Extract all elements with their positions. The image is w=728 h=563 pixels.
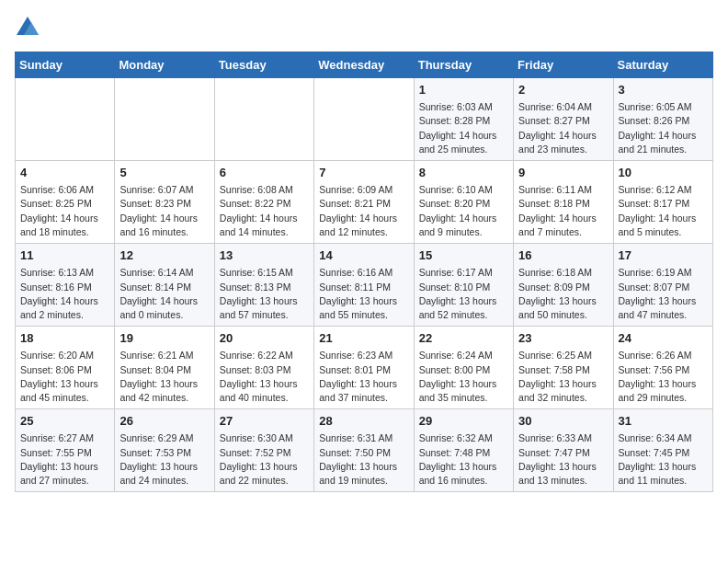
day-info: Sunrise: 6:23 AM Sunset: 8:01 PM Dayligh…: [319, 349, 408, 405]
day-info: Sunrise: 6:26 AM Sunset: 7:56 PM Dayligh…: [619, 349, 708, 405]
calendar-cell: 8Sunrise: 6:10 AM Sunset: 8:20 PM Daylig…: [414, 161, 513, 244]
day-info: Sunrise: 6:08 AM Sunset: 8:22 PM Dayligh…: [220, 183, 309, 239]
day-info: Sunrise: 6:32 AM Sunset: 7:48 PM Dayligh…: [419, 431, 508, 488]
day-info: Sunrise: 6:22 AM Sunset: 8:03 PM Dayligh…: [220, 349, 309, 405]
weekday-header: Wednesday: [314, 52, 414, 78]
day-info: Sunrise: 6:19 AM Sunset: 8:07 PM Dayligh…: [619, 266, 708, 322]
weekday-header: Sunday: [16, 52, 115, 78]
day-number: 16: [518, 247, 608, 264]
day-info: Sunrise: 6:13 AM Sunset: 8:16 PM Dayligh…: [20, 266, 109, 322]
day-info: Sunrise: 6:25 AM Sunset: 7:58 PM Dayligh…: [518, 349, 608, 405]
calendar-week-row: 18Sunrise: 6:20 AM Sunset: 8:06 PM Dayli…: [16, 327, 713, 409]
day-number: 17: [619, 247, 708, 264]
day-number: 3: [619, 82, 708, 98]
calendar-cell: [314, 78, 414, 161]
calendar-week-row: 4Sunrise: 6:06 AM Sunset: 8:25 PM Daylig…: [16, 161, 713, 244]
day-number: 23: [518, 330, 608, 347]
day-info: Sunrise: 6:06 AM Sunset: 8:25 PM Dayligh…: [20, 183, 109, 239]
calendar-cell: 6Sunrise: 6:08 AM Sunset: 8:22 PM Daylig…: [214, 161, 313, 244]
weekday-header: Saturday: [613, 52, 712, 78]
day-number: 27: [220, 413, 309, 430]
day-info: Sunrise: 6:34 AM Sunset: 7:45 PM Dayligh…: [619, 431, 708, 488]
calendar-cell: [16, 78, 115, 161]
calendar-cell: 28Sunrise: 6:31 AM Sunset: 7:50 PM Dayli…: [314, 409, 414, 492]
day-number: 5: [119, 165, 209, 181]
day-number: 20: [220, 330, 309, 347]
calendar-cell: 19Sunrise: 6:21 AM Sunset: 8:04 PM Dayli…: [115, 327, 214, 409]
day-number: 7: [319, 165, 408, 181]
day-info: Sunrise: 6:18 AM Sunset: 8:09 PM Dayligh…: [518, 266, 608, 322]
calendar-cell: 23Sunrise: 6:25 AM Sunset: 7:58 PM Dayli…: [514, 327, 613, 409]
calendar-cell: 31Sunrise: 6:34 AM Sunset: 7:45 PM Dayli…: [613, 409, 712, 492]
day-info: Sunrise: 6:07 AM Sunset: 8:23 PM Dayligh…: [119, 183, 209, 239]
day-number: 28: [319, 413, 408, 430]
day-number: 21: [319, 330, 408, 347]
logo-icon: [15, 15, 40, 40]
day-info: Sunrise: 6:29 AM Sunset: 7:53 PM Dayligh…: [119, 431, 209, 488]
day-info: Sunrise: 6:09 AM Sunset: 8:21 PM Dayligh…: [319, 183, 408, 239]
day-number: 24: [619, 330, 708, 347]
day-number: 25: [20, 413, 109, 430]
day-info: Sunrise: 6:21 AM Sunset: 8:04 PM Dayligh…: [119, 349, 209, 405]
calendar-table: SundayMondayTuesdayWednesdayThursdayFrid…: [15, 52, 713, 492]
weekday-header: Thursday: [414, 52, 513, 78]
day-info: Sunrise: 6:20 AM Sunset: 8:06 PM Dayligh…: [20, 349, 109, 405]
calendar-cell: 24Sunrise: 6:26 AM Sunset: 7:56 PM Dayli…: [613, 327, 712, 409]
calendar-cell: 18Sunrise: 6:20 AM Sunset: 8:06 PM Dayli…: [16, 327, 115, 409]
calendar-cell: 12Sunrise: 6:14 AM Sunset: 8:14 PM Dayli…: [115, 244, 214, 327]
logo: [15, 15, 42, 40]
day-number: 9: [518, 165, 608, 181]
calendar-cell: 9Sunrise: 6:11 AM Sunset: 8:18 PM Daylig…: [514, 161, 613, 244]
calendar-cell: 7Sunrise: 6:09 AM Sunset: 8:21 PM Daylig…: [314, 161, 414, 244]
calendar-cell: 16Sunrise: 6:18 AM Sunset: 8:09 PM Dayli…: [514, 244, 613, 327]
day-number: 18: [20, 330, 109, 347]
calendar-week-row: 25Sunrise: 6:27 AM Sunset: 7:55 PM Dayli…: [16, 409, 713, 492]
day-number: 15: [419, 247, 508, 264]
weekday-header: Monday: [115, 52, 214, 78]
day-number: 13: [220, 247, 309, 264]
day-number: 11: [20, 247, 109, 264]
day-info: Sunrise: 6:27 AM Sunset: 7:55 PM Dayligh…: [20, 431, 109, 488]
calendar-cell: 17Sunrise: 6:19 AM Sunset: 8:07 PM Dayli…: [613, 244, 712, 327]
calendar-cell: 21Sunrise: 6:23 AM Sunset: 8:01 PM Dayli…: [314, 327, 414, 409]
day-info: Sunrise: 6:04 AM Sunset: 8:27 PM Dayligh…: [518, 100, 608, 156]
day-number: 29: [419, 413, 508, 430]
day-number: 30: [518, 413, 608, 430]
calendar-cell: 1Sunrise: 6:03 AM Sunset: 8:28 PM Daylig…: [414, 78, 513, 161]
day-number: 31: [619, 413, 708, 430]
day-number: 22: [419, 330, 508, 347]
calendar-week-row: 11Sunrise: 6:13 AM Sunset: 8:16 PM Dayli…: [16, 244, 713, 327]
day-number: 4: [20, 165, 109, 181]
calendar-cell: 4Sunrise: 6:06 AM Sunset: 8:25 PM Daylig…: [16, 161, 115, 244]
page-header: [15, 15, 713, 40]
calendar-cell: 26Sunrise: 6:29 AM Sunset: 7:53 PM Dayli…: [115, 409, 214, 492]
calendar-cell: 3Sunrise: 6:05 AM Sunset: 8:26 PM Daylig…: [613, 78, 712, 161]
calendar-cell: 13Sunrise: 6:15 AM Sunset: 8:13 PM Dayli…: [214, 244, 313, 327]
day-info: Sunrise: 6:30 AM Sunset: 7:52 PM Dayligh…: [220, 431, 309, 488]
weekday-header: Friday: [514, 52, 613, 78]
day-info: Sunrise: 6:10 AM Sunset: 8:20 PM Dayligh…: [419, 183, 508, 239]
day-number: 19: [119, 330, 209, 347]
calendar-cell: [214, 78, 313, 161]
calendar-cell: 27Sunrise: 6:30 AM Sunset: 7:52 PM Dayli…: [214, 409, 313, 492]
day-info: Sunrise: 6:33 AM Sunset: 7:47 PM Dayligh…: [518, 431, 608, 488]
day-number: 8: [419, 165, 508, 181]
day-info: Sunrise: 6:03 AM Sunset: 8:28 PM Dayligh…: [419, 100, 508, 156]
calendar-cell: 11Sunrise: 6:13 AM Sunset: 8:16 PM Dayli…: [16, 244, 115, 327]
calendar-week-row: 1Sunrise: 6:03 AM Sunset: 8:28 PM Daylig…: [16, 78, 713, 161]
day-number: 6: [220, 165, 309, 181]
day-info: Sunrise: 6:12 AM Sunset: 8:17 PM Dayligh…: [619, 183, 708, 239]
calendar-cell: 10Sunrise: 6:12 AM Sunset: 8:17 PM Dayli…: [613, 161, 712, 244]
day-info: Sunrise: 6:11 AM Sunset: 8:18 PM Dayligh…: [518, 183, 608, 239]
day-info: Sunrise: 6:05 AM Sunset: 8:26 PM Dayligh…: [619, 100, 708, 156]
calendar-cell: 30Sunrise: 6:33 AM Sunset: 7:47 PM Dayli…: [514, 409, 613, 492]
calendar-cell: 22Sunrise: 6:24 AM Sunset: 8:00 PM Dayli…: [414, 327, 513, 409]
calendar-cell: 25Sunrise: 6:27 AM Sunset: 7:55 PM Dayli…: [16, 409, 115, 492]
calendar-header-row: SundayMondayTuesdayWednesdayThursdayFrid…: [16, 52, 713, 78]
calendar-cell: 2Sunrise: 6:04 AM Sunset: 8:27 PM Daylig…: [514, 78, 613, 161]
day-number: 12: [119, 247, 209, 264]
calendar-cell: [115, 78, 214, 161]
weekday-header: Tuesday: [214, 52, 313, 78]
day-number: 26: [119, 413, 209, 430]
calendar-cell: 29Sunrise: 6:32 AM Sunset: 7:48 PM Dayli…: [414, 409, 513, 492]
